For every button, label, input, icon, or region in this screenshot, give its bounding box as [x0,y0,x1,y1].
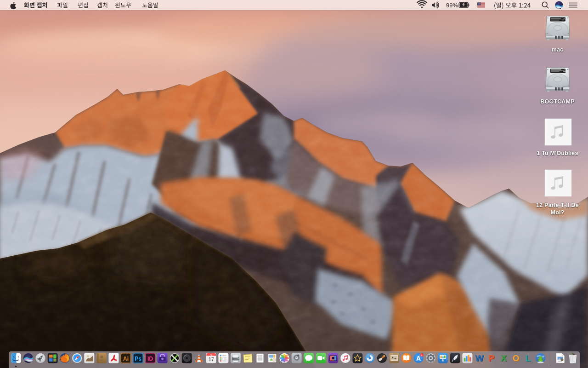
svg-text:7월: 7월 [210,354,213,356]
svg-text:X: X [501,353,507,363]
svg-text:ID: ID [147,356,153,362]
svg-text:4: 4 [421,354,423,356]
svg-text:P: P [489,353,495,363]
svg-text:Ps: Ps [135,356,141,362]
svg-text:L: L [526,353,531,363]
svg-text:Ai: Ai [123,356,129,362]
svg-text:O: O [513,353,520,363]
svg-text:A: A [416,355,421,362]
svg-text:17: 17 [209,356,214,362]
svg-text:W: W [475,353,484,363]
svg-text:99%: 99% [446,2,458,9]
